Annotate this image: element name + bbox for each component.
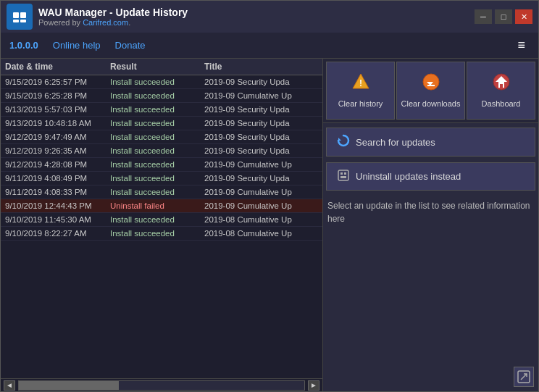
cell-result: Install succeeded [110, 78, 204, 86]
svg-rect-9 [427, 85, 435, 86]
dashboard-icon [492, 72, 511, 96]
cell-result: Install succeeded [110, 188, 204, 196]
search-updates-button[interactable]: Search for updates [326, 128, 535, 157]
cell-date: 9/15/2019 6:25:28 PM [5, 91, 110, 100]
svg-rect-4 [20, 20, 26, 22]
table-header: Date & time Result Title [1, 59, 322, 75]
search-updates-label: Search for updates [356, 137, 435, 148]
svg-rect-1 [13, 12, 19, 18]
cell-title: 2019-08 Cumulative Up [204, 229, 318, 238]
history-panel: Date & time Result Title 9/15/2019 6:25:… [1, 59, 323, 391]
cell-title: 2019-09 Security Upda [204, 174, 318, 183]
cell-result: Install succeeded [110, 146, 204, 155]
cell-result: Install succeeded [110, 105, 204, 114]
action-buttons: ! Clear history Clear downloads [323, 59, 538, 123]
cell-date: 9/13/2019 10:48:18 AM [5, 119, 110, 128]
bottom-right-button[interactable] [514, 367, 534, 387]
table-row[interactable]: 9/12/2019 9:47:49 AMInstall succeeded201… [1, 130, 322, 144]
table-row[interactable]: 9/13/2019 5:57:03 PMInstall succeeded201… [1, 103, 322, 117]
right-panel: ! Clear history Clear downloads [323, 59, 538, 391]
online-help-link[interactable]: Online help [53, 40, 101, 51]
svg-line-20 [521, 374, 527, 380]
table-row[interactable]: 9/12/2019 9:26:35 AMInstall succeeded201… [1, 144, 322, 158]
table-row[interactable]: 9/10/2019 12:44:43 PMUninstall failed201… [1, 199, 322, 213]
scroll-right-arrow[interactable]: ► [308, 380, 319, 391]
col-header-title: Title [204, 62, 318, 72]
clear-history-label: Clear history [338, 99, 383, 109]
cell-title: 2019-09 Cumulative Up [204, 188, 318, 196]
version-link[interactable]: 1.0.0.0 [9, 40, 38, 51]
dashboard-label: Dashboard [482, 99, 521, 109]
table-row[interactable]: 9/10/2019 11:45:30 AMInstall succeeded20… [1, 213, 322, 227]
svg-rect-2 [20, 12, 26, 18]
update-info-text: Select an update in the list to see rela… [327, 199, 534, 225]
svg-marker-14 [338, 138, 341, 141]
table-row[interactable]: 9/15/2019 6:25:28 PMInstall succeeded201… [1, 89, 322, 103]
svg-rect-18 [340, 176, 346, 178]
powered-by: Powered by Carifred.com. [38, 18, 469, 27]
cell-title: 2019-09 Security Upda [204, 105, 318, 114]
clear-downloads-label: Clear downloads [401, 99, 461, 109]
main-window: WAU Manager - Update History Powered by … [0, 0, 539, 392]
svg-rect-17 [344, 172, 346, 175]
cell-date: 9/10/2019 12:44:43 PM [5, 201, 110, 210]
svg-rect-15 [338, 170, 348, 180]
cell-title: 2019-09 Cumulative Up [204, 160, 318, 169]
cell-result: Install succeeded [110, 91, 204, 100]
table-row[interactable]: 9/15/2019 6:25:57 PMInstall succeeded201… [1, 75, 322, 89]
table-row[interactable]: 9/12/2019 4:28:08 PMInstall succeeded201… [1, 158, 322, 172]
table-row[interactable]: 9/11/2019 4:08:49 PMInstall succeeded201… [1, 172, 322, 185]
cell-result: Install succeeded [110, 174, 204, 183]
main-content: Date & time Result Title 9/15/2019 6:25:… [1, 59, 538, 391]
svg-rect-16 [340, 172, 343, 175]
app-logo-icon [9, 7, 30, 27]
clear-downloads-icon [422, 72, 440, 96]
cell-result: Install succeeded [110, 160, 204, 169]
title-bar-text: WAU Manager - Update History Powered by … [38, 7, 469, 27]
clear-history-button[interactable]: ! Clear history [326, 62, 395, 120]
scrollbar: ◄ ► [1, 378, 322, 391]
cell-title: 2019-09 Security Upda [204, 78, 318, 86]
cell-date: 9/12/2019 9:47:49 AM [5, 133, 110, 141]
cell-title: 2019-09 Cumulative Up [204, 201, 318, 210]
cell-date: 9/13/2019 5:57:03 PM [5, 105, 110, 114]
dashboard-button[interactable]: Dashboard [467, 62, 535, 120]
cell-title: 2019-09 Security Upda [204, 119, 318, 128]
uninstall-label: Uninstall updates instead [356, 171, 461, 182]
uninstall-updates-button[interactable]: Uninstall updates instead [326, 162, 535, 191]
uninstall-icon [337, 169, 350, 184]
hamburger-menu-button[interactable]: ≡ [513, 36, 530, 54]
clear-history-icon: ! [351, 72, 370, 96]
table-row[interactable]: 9/10/2019 8:22:27 AMInstall succeeded201… [1, 227, 322, 241]
cell-title: 2019-09 Security Upda [204, 146, 318, 155]
svg-rect-0 [9, 7, 30, 27]
app-logo [7, 4, 33, 30]
cell-date: 9/12/2019 9:26:35 AM [5, 146, 110, 155]
table-row[interactable]: 9/11/2019 4:08:33 PMInstall succeeded201… [1, 185, 322, 199]
clear-downloads-button[interactable]: Clear downloads [396, 62, 465, 120]
cell-result: Uninstall failed [110, 201, 204, 210]
scroll-thumb [19, 381, 119, 390]
cell-result: Install succeeded [110, 215, 204, 224]
svg-rect-3 [13, 20, 19, 22]
col-header-date: Date & time [5, 62, 110, 72]
cell-title: 2019-08 Cumulative Up [204, 215, 318, 224]
window-controls: ─ □ ✕ [475, 9, 532, 24]
donate-link[interactable]: Donate [115, 40, 146, 51]
maximize-button[interactable]: □ [495, 9, 512, 24]
scroll-left-arrow[interactable]: ◄ [4, 380, 15, 391]
title-bar: WAU Manager - Update History Powered by … [1, 1, 538, 33]
nav-bar: 1.0.0.0 Online help Donate ≡ [1, 33, 538, 59]
close-button[interactable]: ✕ [515, 9, 532, 24]
cell-date: 9/15/2019 6:25:57 PM [5, 78, 110, 86]
cell-result: Install succeeded [110, 229, 204, 238]
minimize-button[interactable]: ─ [475, 9, 492, 24]
scroll-track[interactable] [18, 380, 305, 391]
cell-result: Install succeeded [110, 133, 204, 141]
app-title: WAU Manager - Update History [38, 7, 469, 18]
table-row[interactable]: 9/13/2019 10:48:18 AMInstall succeeded20… [1, 117, 322, 130]
table-body: 9/15/2019 6:25:57 PMInstall succeeded201… [1, 75, 322, 378]
cell-date: 9/12/2019 4:28:08 PM [5, 160, 110, 169]
cell-result: Install succeeded [110, 119, 204, 128]
carifred-link[interactable]: Carifred.com [83, 18, 128, 27]
